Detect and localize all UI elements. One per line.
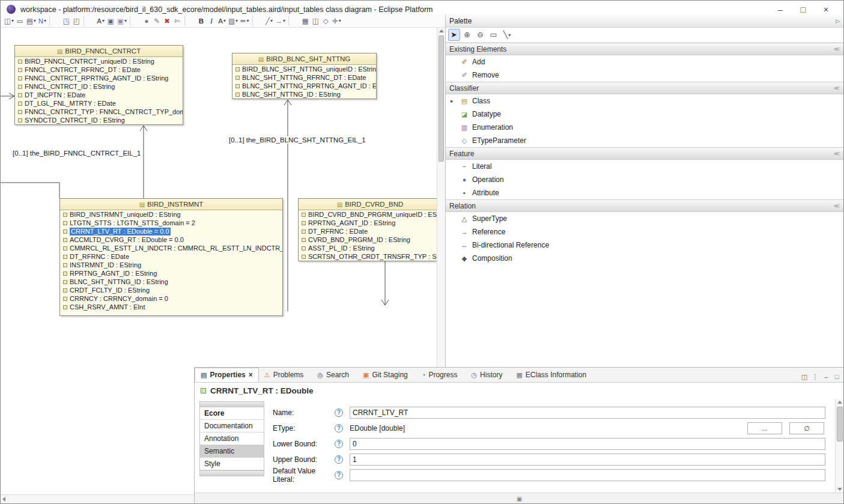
palette-line-tool[interactable]: ╲▾ [501,29,513,41]
class-attribute[interactable]: CVRD_BND_PRGRM_ID : EString [299,235,437,244]
trim-restore-icon[interactable]: ▣ [517,496,522,502]
palette-section-feature[interactable]: Feature ≪ [446,147,843,160]
properties-page-tab[interactable]: Semantic [200,445,264,458]
name-field[interactable] [350,407,825,419]
fill-color-button[interactable]: ▨▾ [227,16,239,26]
lower-bound-field[interactable] [350,438,825,450]
class-attribute[interactable]: LTGTN_STTS : LTGTN_STTS_domain = 2 [60,219,282,227]
separator[interactable] [83,16,94,26]
palette-item-literal[interactable]: − Literal [446,160,843,173]
palette-item-remove[interactable]: ✐ Remove [446,68,843,82]
copy-appearance-button[interactable]: ▣ [106,16,116,26]
edit-label-button[interactable]: ✎ [152,16,162,26]
palette-item-reference[interactable]: → Reference [446,225,843,238]
class-attribute[interactable]: RPRTNG_AGNT_ID : EString [60,269,282,278]
help-icon[interactable] [335,440,343,448]
class-attribute[interactable]: BLNC_SHT_NTTNG_RPRTNG_AGNT_ID : EString [232,82,376,90]
paste-appearance-button[interactable]: ▣▾ [116,16,128,26]
scrollbar-thumb[interactable] [439,35,444,162]
bottom-view-tab[interactable]: ▦ EClass Information [511,368,595,382]
palette-item-composition[interactable]: ◆ Composition [446,252,843,265]
class-attribute[interactable]: ACCMLTD_CVRG_RT : EDouble = 0.0 [60,235,282,244]
class-attribute[interactable]: BLNC_SHT_NTTNG_RFRNC_DT : EDate [232,73,376,82]
class-attribute[interactable]: FNNCL_CNTRCT_TYP : FNNCL_CNTRCT_TYP_doma… [15,108,183,116]
bottom-view-tab[interactable]: ◎ Search [312,368,357,382]
separator[interactable] [130,16,140,26]
palette-note-tool[interactable]: ▭ [488,29,500,41]
bottom-view-tab[interactable]: ▣ Git Staging [357,368,416,382]
show-hide-button[interactable]: ◫▾ [3,16,15,26]
class-attribute[interactable]: FNNCL_CNTRCT_RFRNC_DT : EDate [15,65,183,74]
maximize-window-button[interactable]: □ [792,5,815,14]
class-header[interactable]: ▤ BIRD_BLNC_SHT_NTTNG [232,53,376,65]
properties-page-tab[interactable]: Annotation [200,433,264,445]
pin-icon[interactable]: ≪ [834,46,840,52]
class-attribute[interactable]: FNNCL_CNTRCT_ID : EString [15,82,183,91]
bold-button[interactable]: B [196,16,207,26]
class-attribute[interactable]: CSH_RSRV_AMNT : EInt [60,303,282,311]
pin-icon[interactable]: ≪ [834,202,840,209]
class-attribute[interactable]: CRRNCY : CRRNCY_domain = 0 [60,294,282,303]
pin-icon[interactable]: ≪ [834,85,840,91]
class-attribute[interactable]: BIRD_BLNC_SHT_NTTNG_uniqueID : EString [232,65,376,73]
separator[interactable] [288,16,299,26]
diagram-class-bird-cvrd-bnd[interactable]: ▤ BIRD_CVRD_BND BIRD_CVRD_BND_PRGRM_uniq… [298,198,437,261]
palette-header[interactable]: Palette ▷ [446,14,843,28]
close-window-button[interactable]: × [815,5,837,14]
class-attribute[interactable]: INSTRMNT_ID : EString [60,261,282,269]
class-attribute[interactable]: CRRNT_LTV_RT : EDouble = 0.0 [60,227,282,235]
font-color-button[interactable]: A▾ [217,16,227,26]
edge-label[interactable]: [0..1] the_BIRD_BLNC_SHT_NTTNG_EIL_1 [228,136,367,144]
properties-page-tab[interactable]: Style [200,458,264,470]
palette-item-class[interactable]: ▤ Class [446,94,843,108]
snap-button[interactable]: ◇ [321,16,331,26]
help-icon[interactable] [335,455,343,464]
palette-collapse-icon[interactable]: ▷ [836,18,840,24]
diagram-class-bird-instrmnt[interactable]: ▤ BIRD_INSTRMNT BIRD_INSTRMNT_uniqueID :… [59,198,283,316]
rulers-button[interactable]: ◫ [311,16,321,26]
palette-item-bidirectional-reference[interactable]: ↔ Bi-directional Reference [446,238,843,252]
class-header[interactable]: ▤ BIRD_FNNCL_CNTRCT [15,46,183,57]
browse-etype-button[interactable]: ... [747,422,782,434]
maximize-view-icon[interactable]: □ [831,371,842,382]
default-value-field[interactable] [350,469,825,481]
line-style-button[interactable]: ╱▾ [264,16,275,26]
class-attribute[interactable]: BIRD_INSTRMNT_uniqueID : EString [60,210,282,219]
scroll-left-icon[interactable] [2,497,5,502]
class-attribute[interactable]: BLNC_SHT_NTTNG_ID : EString [60,278,282,286]
properties-page-tab[interactable]: Documentation [200,420,264,433]
pin-view-icon[interactable]: ◫ [799,371,810,382]
palette-zoom-out-tool[interactable]: ⊖ [475,29,487,41]
diagram-class-bird-fnncl-cntrct[interactable]: ▤ BIRD_FNNCL_CNTRCT BIRD_FNNCL_CNTRCT_un… [14,45,183,125]
class-attribute[interactable]: DT_LGL_FNL_MTRTY : EDate [15,99,183,108]
view-menu-icon[interactable]: ⋮ [810,371,821,382]
line-color-button[interactable]: ✏▾ [239,16,250,26]
palette-item-enumeration[interactable]: ▥ Enumeration [446,121,843,134]
separator[interactable] [184,16,195,26]
scroll-down-icon[interactable] [837,488,842,491]
show-connector-labels-button[interactable]: ● [142,16,152,26]
class-attribute[interactable]: SYNDCTD_CNTRCT_ID : EString [15,116,183,124]
palette-select-tool[interactable]: ➤ [448,29,460,41]
class-attribute[interactable]: BIRD_CVRD_BND_PRGRM_uniqueID : EString [299,210,437,219]
properties-page-tab[interactable]: Ecore [200,407,264,420]
upper-bound-field[interactable] [350,454,825,466]
palette-zoom-in-tool[interactable]: ⊕ [461,29,473,41]
edge-label[interactable]: [0..1] the_BIRD_FNNCL_CNTRCT_EIL_1 [11,150,142,157]
class-attribute[interactable]: SCRTSN_OTHR_CRDT_TRNSFR_TYP : SCRTSN [299,252,437,261]
class-attribute[interactable]: DT_RFRNC : EDate [299,227,437,235]
class-attribute[interactable]: DT_INCPTN : EDate [15,91,183,99]
separator[interactable] [252,16,263,26]
class-attribute[interactable]: CRDT_FCLTY_ID : EString [60,286,282,294]
separator[interactable] [49,16,59,26]
palette-section-classifier[interactable]: Classifier ≪ [446,82,843,94]
page-tabs-scroll-up[interactable] [200,402,264,407]
minimize-window-button[interactable]: – [769,5,792,14]
help-icon[interactable] [335,424,343,433]
grid-button[interactable]: ▦ [300,16,311,26]
palette-item-supertype[interactable]: △ SuperType [446,212,843,225]
palette-item-attribute[interactable]: ▪ Attribute [446,186,843,199]
class-attribute[interactable]: DT_RFRNC : EDate [60,252,282,261]
scroll-up-icon[interactable] [439,29,444,32]
class-attribute[interactable]: BLNC_SHT_NTTNG_ID : EString [232,90,376,99]
